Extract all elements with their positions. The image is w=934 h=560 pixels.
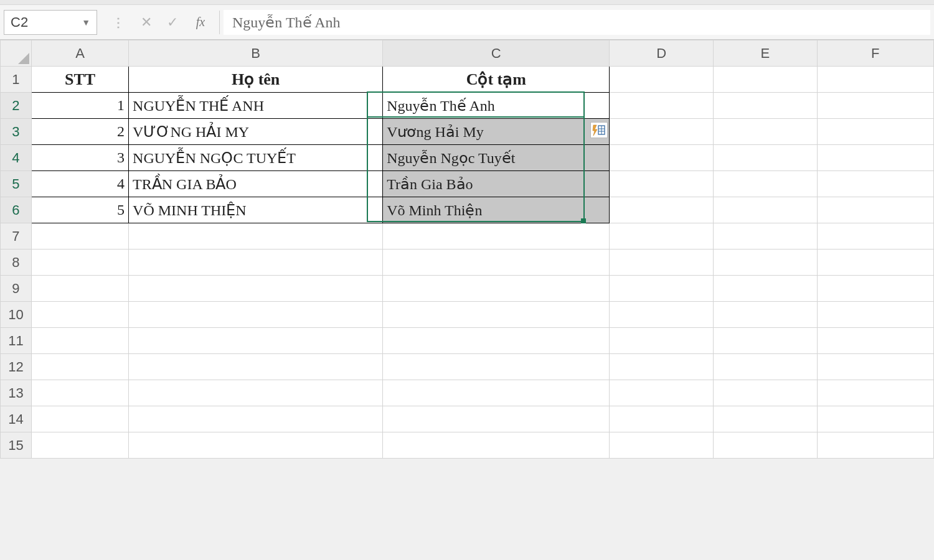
cell-F11[interactable]	[817, 328, 933, 354]
cell-A3[interactable]: 2	[31, 119, 128, 145]
cell-E14[interactable]	[714, 406, 818, 432]
cell-B8[interactable]	[129, 250, 383, 276]
select-all-corner[interactable]	[1, 40, 32, 67]
confirm-entry-button[interactable]: ✓	[159, 10, 186, 35]
row-header-14[interactable]: 14	[1, 406, 32, 432]
row-header-1[interactable]: 1	[1, 67, 32, 93]
cell-B1[interactable]: Họ tên	[129, 67, 383, 93]
row-header-9[interactable]: 9	[1, 276, 32, 302]
cell-B6[interactable]: VÕ MINH THIỆN	[129, 197, 383, 223]
cell-F8[interactable]	[817, 250, 933, 276]
row-header-5[interactable]: 5	[1, 171, 32, 197]
cell-A14[interactable]	[31, 406, 128, 432]
cell-C6[interactable]: Võ Minh Thiện	[383, 197, 610, 223]
cell-D15[interactable]	[610, 432, 714, 459]
spreadsheet-grid[interactable]: ABCDEF 1STTHọ tênCột tạm21NGUYỄN THẾ ANH…	[0, 40, 934, 459]
cell-A13[interactable]	[31, 380, 128, 406]
cell-E10[interactable]	[714, 302, 818, 328]
cell-B5[interactable]: TRẦN GIA BẢO	[129, 171, 383, 197]
cell-E2[interactable]	[714, 93, 818, 119]
cell-D9[interactable]	[610, 276, 714, 302]
cell-F2[interactable]	[817, 93, 933, 119]
cell-B12[interactable]	[129, 354, 383, 380]
cell-D7[interactable]	[610, 223, 714, 250]
cell-A4[interactable]: 3	[31, 145, 128, 171]
cell-F7[interactable]	[817, 223, 933, 250]
cell-F1[interactable]	[817, 67, 933, 93]
cell-F3[interactable]	[817, 119, 933, 145]
cell-E3[interactable]	[714, 119, 818, 145]
cell-F5[interactable]	[817, 171, 933, 197]
cancel-entry-button[interactable]: ✕	[133, 10, 159, 35]
cell-C12[interactable]	[383, 354, 610, 380]
cell-D3[interactable]	[610, 119, 714, 145]
cell-C14[interactable]	[383, 406, 610, 432]
cell-F13[interactable]	[817, 380, 933, 406]
cell-B7[interactable]	[129, 223, 383, 250]
cell-F6[interactable]	[817, 197, 933, 223]
row-header-4[interactable]: 4	[1, 145, 32, 171]
row-header-7[interactable]: 7	[1, 223, 32, 250]
cell-C2[interactable]: Nguyễn Thế Anh	[383, 93, 610, 119]
cell-C5[interactable]: Trần Gia Bảo	[383, 171, 610, 197]
cell-B15[interactable]	[129, 432, 383, 459]
column-header-F[interactable]: F	[817, 40, 933, 67]
cell-C10[interactable]	[383, 302, 610, 328]
column-header-D[interactable]: D	[610, 40, 714, 67]
column-header-E[interactable]: E	[714, 40, 818, 67]
column-header-C[interactable]: C	[383, 40, 610, 67]
cell-C1[interactable]: Cột tạm	[383, 67, 610, 93]
cell-B2[interactable]: NGUYỄN THẾ ANH	[129, 93, 383, 119]
cell-E12[interactable]	[714, 354, 818, 380]
row-header-11[interactable]: 11	[1, 328, 32, 354]
cell-F14[interactable]	[817, 406, 933, 432]
cell-B13[interactable]	[129, 380, 383, 406]
cell-E11[interactable]	[714, 328, 818, 354]
cell-A10[interactable]	[31, 302, 128, 328]
row-header-6[interactable]: 6	[1, 197, 32, 223]
cell-A5[interactable]: 4	[31, 171, 128, 197]
cell-C9[interactable]	[383, 276, 610, 302]
formula-input[interactable]: Nguyễn Thế Anh	[224, 10, 930, 35]
cell-C7[interactable]	[383, 223, 610, 250]
row-header-10[interactable]: 10	[1, 302, 32, 328]
column-header-B[interactable]: B	[129, 40, 383, 67]
cell-F10[interactable]	[817, 302, 933, 328]
cell-D13[interactable]	[610, 380, 714, 406]
row-header-3[interactable]: 3	[1, 119, 32, 145]
name-box[interactable]: C2 ▼	[4, 10, 97, 35]
row-header-12[interactable]: 12	[1, 354, 32, 380]
cell-D6[interactable]	[610, 197, 714, 223]
insert-function-button[interactable]: fx	[186, 10, 215, 35]
cell-A11[interactable]	[31, 328, 128, 354]
row-header-15[interactable]: 15	[1, 432, 32, 459]
flash-fill-options-button[interactable]	[590, 122, 608, 138]
cell-A15[interactable]	[31, 432, 128, 459]
row-header-2[interactable]: 2	[1, 93, 32, 119]
cell-D11[interactable]	[610, 328, 714, 354]
cell-D10[interactable]	[610, 302, 714, 328]
cell-C15[interactable]	[383, 432, 610, 459]
cell-D2[interactable]	[610, 93, 714, 119]
cell-A12[interactable]	[31, 354, 128, 380]
cell-D4[interactable]	[610, 145, 714, 171]
cell-B3[interactable]: VƯƠNG HẢI MY	[129, 119, 383, 145]
cell-E1[interactable]	[714, 67, 818, 93]
cell-E7[interactable]	[714, 223, 818, 250]
cell-E8[interactable]	[714, 250, 818, 276]
cell-F9[interactable]	[817, 276, 933, 302]
cell-C13[interactable]	[383, 380, 610, 406]
cell-F15[interactable]	[817, 432, 933, 459]
cell-A7[interactable]	[31, 223, 128, 250]
cell-E5[interactable]	[714, 171, 818, 197]
cell-A9[interactable]	[31, 276, 128, 302]
cell-D5[interactable]	[610, 171, 714, 197]
cell-A2[interactable]: 1	[31, 93, 128, 119]
chevron-down-icon[interactable]: ▼	[82, 17, 90, 27]
cell-D1[interactable]	[610, 67, 714, 93]
cell-E15[interactable]	[714, 432, 818, 459]
row-header-8[interactable]: 8	[1, 250, 32, 276]
cell-E6[interactable]	[714, 197, 818, 223]
cell-A6[interactable]: 5	[31, 197, 128, 223]
cell-C11[interactable]	[383, 328, 610, 354]
